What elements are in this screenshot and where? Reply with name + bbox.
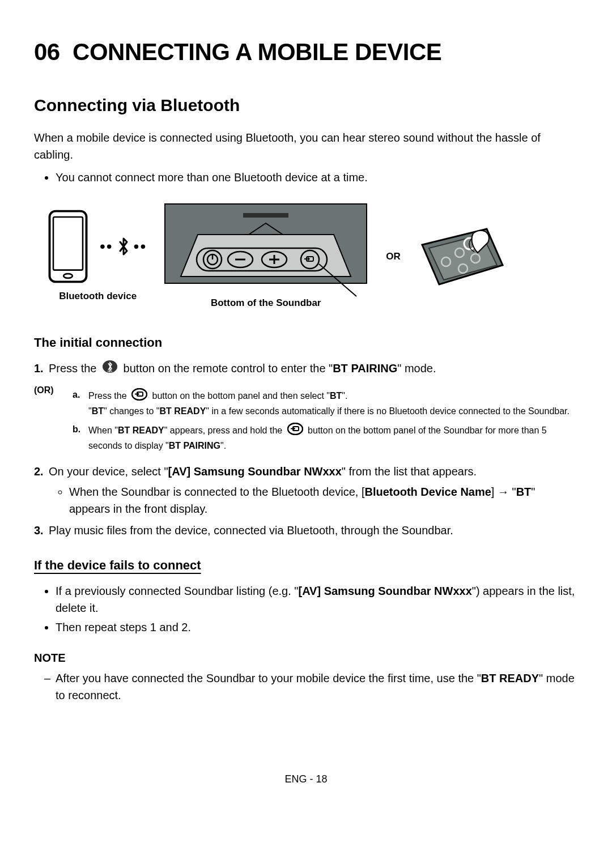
diagram-row: •• •• Bluetooth device bbox=[45, 203, 578, 310]
intro-paragraph: When a mobile device is connected using … bbox=[34, 129, 578, 163]
step-1: 1. Press the PAIR button on the remote c… bbox=[49, 360, 578, 378]
soundbar-top-illustration bbox=[419, 225, 504, 288]
step3-text: Play music files from the device, connec… bbox=[49, 524, 453, 537]
fail-bullet-1: If a previously connected Soundbar listi… bbox=[56, 582, 578, 616]
note-item: After you have connected the Soundbar to… bbox=[44, 670, 578, 704]
bluetooth-icon bbox=[117, 236, 130, 257]
step1a-end: ". bbox=[342, 391, 347, 401]
note-ready: BT READY bbox=[481, 672, 539, 684]
step1a-l2-end: " in a few seconds automatically if ther… bbox=[206, 406, 570, 416]
step1a-pre: Press the bbox=[88, 391, 129, 401]
step-2: 2. On your device, select "[AV] Samsung … bbox=[49, 463, 578, 517]
svg-point-31 bbox=[288, 423, 303, 435]
step1a-l2-mid: " changes to " bbox=[104, 406, 160, 416]
bt-pair-remote-button-icon: PAIR bbox=[102, 360, 118, 378]
step1b-mid: " appears, press and hold the bbox=[164, 426, 285, 435]
or-inline: (OR) bbox=[34, 384, 61, 457]
step-3: 3. Play music files from the device, con… bbox=[49, 522, 578, 539]
soundbar-bottom-diagram: Bottom of the Soundbar bbox=[164, 203, 368, 310]
subheading-initial: The initial connection bbox=[34, 333, 578, 352]
step1a-bt: BT bbox=[330, 391, 342, 401]
step-1a: a. Press the button on the bottom panel … bbox=[88, 388, 578, 418]
intro-bullet: You cannot connect more than one Bluetoo… bbox=[56, 169, 578, 186]
source-button-icon-2 bbox=[287, 423, 303, 439]
step1a-mid: button on the bottom panel and then sele… bbox=[152, 391, 329, 401]
svg-rect-1 bbox=[53, 217, 83, 270]
svg-text:PAIR: PAIR bbox=[108, 370, 113, 373]
step2b-name: Bluetooth Device Name bbox=[364, 486, 491, 498]
svg-rect-0 bbox=[50, 211, 87, 282]
signal-dots-right: •• bbox=[134, 235, 147, 258]
phone-icon bbox=[45, 210, 91, 283]
step2b-bt: BT bbox=[516, 486, 532, 498]
soundbar-top-diagram bbox=[419, 225, 504, 288]
note-heading: NOTE bbox=[34, 649, 578, 666]
step1b-pair: BT PAIRING bbox=[169, 441, 220, 450]
svg-point-28 bbox=[132, 389, 147, 400]
signal-dots-left: •• bbox=[100, 235, 113, 258]
step2-pre: On your device, select " bbox=[49, 465, 168, 478]
step2b-pre: When the Soundbar is connected to the Bl… bbox=[69, 486, 364, 498]
chapter-name: CONNECTING A MOBILE DEVICE bbox=[73, 39, 441, 65]
step1a-l2-bt: BT bbox=[92, 406, 104, 416]
page-footer: ENG - 18 bbox=[34, 772, 578, 787]
step1-end: " mode. bbox=[397, 362, 436, 375]
chapter-num: 06 bbox=[34, 39, 60, 65]
step2-end: " from the list that appears. bbox=[342, 465, 477, 478]
step1b-end: ". bbox=[220, 441, 226, 450]
step1b-ready: BT READY bbox=[118, 426, 164, 435]
step1a-l2-ready: BT READY bbox=[160, 406, 206, 416]
bt-device-label: Bluetooth device bbox=[59, 289, 137, 304]
source-button-icon bbox=[131, 388, 147, 405]
step1-text-pre: Press the bbox=[49, 362, 100, 375]
step1b-pre: When " bbox=[88, 426, 118, 435]
soundbar-label: Bottom of the Soundbar bbox=[211, 296, 321, 310]
chapter-title: 06 CONNECTING A MOBILE DEVICE bbox=[34, 34, 578, 70]
step2-bullet: When the Soundbar is connected to the Bl… bbox=[69, 483, 578, 517]
note-pre: After you have connected the Soundbar to… bbox=[56, 672, 481, 684]
step1-text-post: button on the remote control to enter th… bbox=[124, 362, 333, 375]
failb1-pre: If a previously connected Soundbar listi… bbox=[56, 585, 298, 597]
step2-name: [AV] Samsung Soundbar NWxxx bbox=[168, 465, 342, 478]
fail-bullet-2: Then repeat steps 1 and 2. bbox=[56, 619, 578, 636]
soundbar-panel-illustration bbox=[164, 203, 368, 299]
svg-rect-4 bbox=[243, 213, 288, 218]
or-label: OR bbox=[386, 249, 401, 264]
subheading-fail: If the device fails to connect bbox=[34, 556, 578, 575]
step1-mode: BT PAIRING bbox=[333, 362, 397, 375]
bluetooth-device-diagram: •• •• Bluetooth device bbox=[45, 210, 150, 304]
step-1b: b. When "BT READY" appears, press and ho… bbox=[88, 423, 578, 453]
step2b-mid: ] → " bbox=[491, 486, 516, 498]
section-title: Connecting via Bluetooth bbox=[34, 92, 578, 118]
failb1-name: [AV] Samsung Soundbar NWxxx bbox=[298, 585, 471, 597]
svg-point-2 bbox=[63, 274, 73, 278]
